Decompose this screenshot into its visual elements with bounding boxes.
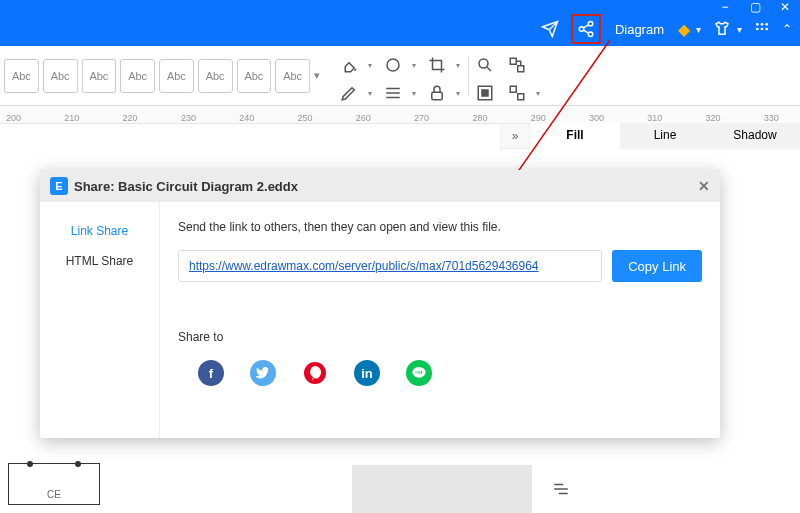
send-icon[interactable] — [541, 20, 559, 38]
search-icon[interactable] — [476, 56, 498, 78]
style-preset-4[interactable]: Abc — [120, 59, 155, 93]
shirt-icon[interactable] — [713, 20, 731, 38]
share-pinterest-button[interactable] — [302, 360, 328, 386]
app-logo-icon: E — [50, 177, 68, 195]
lock-icon[interactable] — [428, 84, 450, 106]
svg-rect-22 — [510, 86, 516, 92]
window-maximize[interactable]: ▢ — [750, 2, 760, 12]
collapse-ribbon-icon[interactable]: ⌃ — [782, 22, 792, 36]
tab-fill[interactable]: Fill — [530, 123, 620, 149]
align-icon[interactable] — [552, 480, 570, 501]
copy-link-button[interactable]: Copy Link — [612, 250, 702, 282]
share-to-label: Share to — [178, 330, 702, 344]
canvas-shape[interactable]: CE — [8, 463, 100, 505]
style-preset-2[interactable]: Abc — [43, 59, 78, 93]
svg-rect-23 — [518, 94, 524, 100]
share-facebook-button[interactable]: f — [198, 360, 224, 386]
dialog-sidebar: Link Share HTML Share — [40, 202, 160, 438]
share-twitter-button[interactable] — [250, 360, 276, 386]
line-style-icon[interactable] — [384, 84, 406, 106]
share-instruction: Send the link to others, then they can o… — [178, 220, 702, 234]
style-preset-7[interactable]: Abc — [237, 59, 272, 93]
svg-point-7 — [765, 23, 768, 26]
select-all-icon[interactable] — [476, 84, 498, 106]
expand-panel-icon[interactable]: » — [500, 123, 530, 149]
apps-icon[interactable] — [754, 21, 770, 37]
svg-point-5 — [756, 23, 759, 26]
style-preset-6[interactable]: Abc — [198, 59, 233, 93]
window-close[interactable]: ✕ — [780, 2, 790, 12]
right-panel-tabs: » Fill Line Shadow — [500, 123, 800, 149]
svg-line-4 — [583, 30, 588, 33]
svg-point-8 — [756, 28, 759, 31]
share-url-input[interactable] — [178, 250, 602, 282]
style-preset-3[interactable]: Abc — [82, 59, 117, 93]
replace-icon[interactable] — [508, 56, 530, 78]
svg-point-1 — [579, 27, 584, 32]
svg-line-3 — [583, 25, 588, 28]
dialog-close-button[interactable]: ✕ — [698, 178, 710, 194]
diagram-dropdown[interactable]: ▾ — [696, 24, 701, 35]
sidebar-link-share[interactable]: Link Share — [40, 216, 159, 246]
svg-line-17 — [487, 67, 491, 71]
svg-point-0 — [588, 22, 593, 27]
share-line-button[interactable] — [406, 360, 432, 386]
svg-point-11 — [387, 59, 399, 71]
diamond-premium-icon[interactable]: ◆ — [678, 20, 690, 39]
style-more-dropdown[interactable]: ▾ — [314, 69, 320, 82]
svg-rect-15 — [432, 92, 443, 100]
crop-icon[interactable] — [428, 56, 450, 78]
svg-point-16 — [479, 59, 488, 68]
shirt-dropdown[interactable]: ▾ — [737, 24, 742, 35]
fill-bucket-icon[interactable] — [340, 56, 362, 78]
dialog-header: E Share: Basic Circuit Diagram 2.eddx ✕ — [40, 170, 720, 202]
style-preset-1[interactable]: Abc — [4, 59, 39, 93]
svg-rect-21 — [482, 90, 488, 96]
dialog-title: Share: Basic Circuit Diagram 2.eddx — [74, 179, 298, 194]
style-preset-8[interactable]: Abc — [275, 59, 310, 93]
shape-label: CE — [9, 489, 99, 500]
tab-shadow[interactable]: Shadow — [710, 123, 800, 149]
tab-line[interactable]: Line — [620, 123, 710, 149]
titlebar: − ▢ ✕ Diagram ◆ ▾ ▾ ⌃ — [0, 0, 800, 46]
sidebar-html-share[interactable]: HTML Share — [40, 246, 159, 276]
diagram-label[interactable]: Diagram — [615, 22, 664, 37]
ribbon: Abc Abc Abc Abc Abc Abc Abc Abc ▾ — [0, 46, 800, 106]
svg-point-10 — [765, 28, 768, 31]
svg-point-2 — [588, 32, 593, 37]
shape-outline-icon[interactable] — [384, 56, 406, 78]
svg-point-6 — [761, 23, 764, 26]
svg-rect-18 — [510, 58, 516, 64]
svg-rect-19 — [518, 66, 524, 72]
pencil-icon[interactable] — [340, 84, 362, 106]
share-linkedin-button[interactable]: in — [354, 360, 380, 386]
horizontal-ruler: 2002102202302402502602702802903003103203… — [0, 106, 800, 124]
share-icon[interactable] — [571, 14, 601, 44]
window-minimize[interactable]: − — [720, 2, 730, 12]
style-preset-5[interactable]: Abc — [159, 59, 194, 93]
svg-point-9 — [761, 28, 764, 31]
share-dialog: E Share: Basic Circuit Diagram 2.eddx ✕ … — [40, 170, 720, 438]
canvas-gray-area — [352, 465, 532, 513]
group-icon[interactable] — [508, 84, 530, 106]
